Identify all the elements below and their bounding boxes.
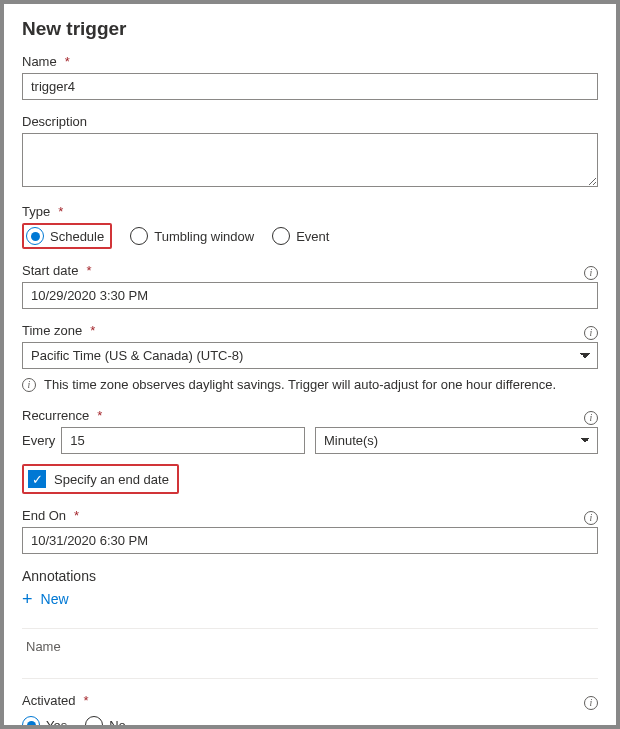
description-field: Description	[22, 114, 598, 190]
activated-field: Activated* i Yes No	[22, 693, 598, 729]
info-icon[interactable]: i	[584, 696, 598, 710]
annotations-column-name: Name	[22, 633, 598, 660]
recurrence-value-input[interactable]	[61, 427, 305, 454]
time-zone-select[interactable]: Pacific Time (US & Canada) (UTC-8)	[22, 342, 598, 369]
activated-radio-yes[interactable]: Yes	[22, 716, 67, 729]
new-trigger-panel: New trigger Name* Description Type* Sche…	[0, 0, 620, 729]
type-label-text: Type	[22, 204, 50, 219]
radio-icon	[85, 716, 103, 729]
info-icon[interactable]: i	[584, 266, 598, 280]
time-zone-label: Time zone*	[22, 323, 95, 338]
recurrence-label: Recurrence*	[22, 408, 102, 423]
radio-icon	[26, 227, 44, 245]
type-radio-event[interactable]: Event	[272, 227, 329, 245]
plus-icon: +	[22, 590, 33, 608]
activated-radio-no[interactable]: No	[85, 716, 126, 729]
end-on-label-text: End On	[22, 508, 66, 523]
start-date-label: Start date*	[22, 263, 91, 278]
highlight-schedule: Schedule	[22, 223, 112, 249]
end-on-field: End On* i	[22, 508, 598, 554]
time-zone-field: Time zone* i Pacific Time (US & Canada) …	[22, 323, 598, 392]
specify-end-checkbox[interactable]: ✓	[28, 470, 46, 488]
recurrence-field: Recurrence* i Every Minute(s) ✓ Specify …	[22, 408, 598, 494]
radio-icon	[22, 716, 40, 729]
end-on-input[interactable]	[22, 527, 598, 554]
required-asterisk: *	[65, 54, 70, 69]
info-icon[interactable]: i	[584, 511, 598, 525]
radio-icon	[130, 227, 148, 245]
radio-icon	[272, 227, 290, 245]
required-asterisk: *	[97, 408, 102, 423]
required-asterisk: *	[83, 693, 88, 708]
radio-label: Event	[296, 229, 329, 244]
start-date-label-text: Start date	[22, 263, 78, 278]
radio-label: No	[109, 718, 126, 730]
add-annotation-button[interactable]: + New	[22, 590, 69, 608]
recurrence-label-text: Recurrence	[22, 408, 89, 423]
start-date-input[interactable]	[22, 282, 598, 309]
description-label: Description	[22, 114, 598, 129]
recurrence-unit-select[interactable]: Minute(s)	[315, 427, 598, 454]
radio-label: Schedule	[50, 229, 104, 244]
dst-message-row: i This time zone observes daylight savin…	[22, 377, 598, 392]
info-icon: i	[22, 378, 36, 392]
description-textarea[interactable]	[22, 133, 598, 187]
activated-label-text: Activated	[22, 693, 75, 708]
name-field: Name*	[22, 54, 598, 100]
name-input[interactable]	[22, 73, 598, 100]
radio-label: Tumbling window	[154, 229, 254, 244]
divider	[22, 628, 598, 629]
every-label: Every	[22, 433, 55, 448]
end-on-label: End On*	[22, 508, 79, 523]
type-radio-tumbling[interactable]: Tumbling window	[130, 227, 254, 245]
required-asterisk: *	[74, 508, 79, 523]
type-field: Type* Schedule Tumbling window Event	[22, 204, 598, 249]
annotations-field: Annotations + New Name	[22, 568, 598, 679]
checkmark-icon: ✓	[32, 472, 43, 487]
type-radio-schedule[interactable]: Schedule	[26, 227, 104, 245]
name-label: Name*	[22, 54, 598, 69]
start-date-field: Start date* i	[22, 263, 598, 309]
divider	[22, 678, 598, 679]
activated-radio-group: Yes No	[22, 716, 598, 729]
info-icon[interactable]: i	[584, 411, 598, 425]
activated-label: Activated*	[22, 693, 89, 708]
radio-label: Yes	[46, 718, 67, 730]
dst-message: This time zone observes daylight savings…	[44, 377, 556, 392]
type-label: Type*	[22, 204, 598, 219]
info-icon[interactable]: i	[584, 326, 598, 340]
name-label-text: Name	[22, 54, 57, 69]
panel-title: New trigger	[22, 18, 598, 40]
time-zone-label-text: Time zone	[22, 323, 82, 338]
required-asterisk: *	[86, 263, 91, 278]
required-asterisk: *	[58, 204, 63, 219]
type-radio-group: Schedule Tumbling window Event	[22, 223, 598, 249]
specify-end-label: Specify an end date	[54, 472, 169, 487]
highlight-specify-end: ✓ Specify an end date	[22, 464, 179, 494]
add-annotation-label: New	[41, 591, 69, 607]
annotations-label: Annotations	[22, 568, 598, 584]
required-asterisk: *	[90, 323, 95, 338]
